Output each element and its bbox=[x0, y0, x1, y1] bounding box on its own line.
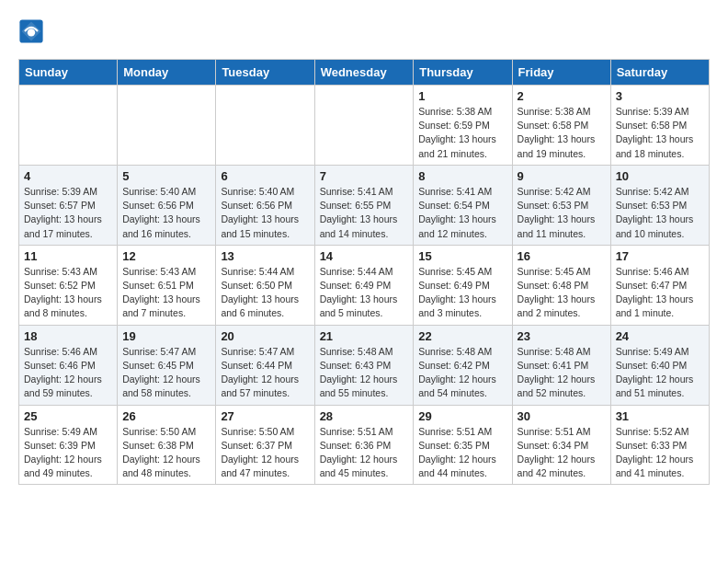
calendar-cell: 14Sunrise: 5:44 AM Sunset: 6:49 PM Dayli… bbox=[314, 245, 414, 325]
calendar-cell: 15Sunrise: 5:45 AM Sunset: 6:49 PM Dayli… bbox=[414, 245, 512, 325]
calendar-cell bbox=[118, 86, 216, 166]
calendar-cell: 11Sunrise: 5:43 AM Sunset: 6:52 PM Dayli… bbox=[19, 245, 118, 325]
day-number: 18 bbox=[24, 329, 112, 343]
day-header-thursday: Thursday bbox=[414, 60, 512, 86]
day-number: 25 bbox=[24, 409, 112, 423]
calendar-cell bbox=[314, 86, 414, 166]
day-info: Sunrise: 5:39 AM Sunset: 6:58 PM Dayligh… bbox=[616, 105, 704, 161]
day-info: Sunrise: 5:52 AM Sunset: 6:33 PM Dayligh… bbox=[616, 425, 704, 481]
day-number: 7 bbox=[320, 169, 409, 183]
calendar-cell: 23Sunrise: 5:48 AM Sunset: 6:41 PM Dayli… bbox=[512, 325, 610, 405]
calendar-cell: 2Sunrise: 5:38 AM Sunset: 6:58 PM Daylig… bbox=[512, 86, 610, 166]
day-info: Sunrise: 5:49 AM Sunset: 6:39 PM Dayligh… bbox=[24, 425, 112, 481]
calendar-cell: 29Sunrise: 5:51 AM Sunset: 6:35 PM Dayli… bbox=[414, 405, 512, 485]
day-info: Sunrise: 5:48 AM Sunset: 6:41 PM Dayligh… bbox=[518, 345, 606, 401]
day-info: Sunrise: 5:51 AM Sunset: 6:34 PM Dayligh… bbox=[518, 425, 606, 481]
calendar-cell: 28Sunrise: 5:51 AM Sunset: 6:36 PM Dayli… bbox=[314, 405, 414, 485]
day-info: Sunrise: 5:44 AM Sunset: 6:49 PM Dayligh… bbox=[320, 265, 409, 321]
calendar-cell: 12Sunrise: 5:43 AM Sunset: 6:51 PM Dayli… bbox=[118, 245, 216, 325]
calendar-cell: 7Sunrise: 5:41 AM Sunset: 6:55 PM Daylig… bbox=[314, 165, 414, 245]
day-number: 30 bbox=[518, 409, 606, 423]
day-info: Sunrise: 5:45 AM Sunset: 6:49 PM Dayligh… bbox=[418, 265, 506, 321]
day-info: Sunrise: 5:47 AM Sunset: 6:44 PM Dayligh… bbox=[221, 345, 309, 401]
day-info: Sunrise: 5:40 AM Sunset: 6:56 PM Dayligh… bbox=[221, 185, 309, 241]
day-number: 19 bbox=[122, 329, 210, 343]
page-header bbox=[18, 18, 710, 44]
calendar-week-row: 25Sunrise: 5:49 AM Sunset: 6:39 PM Dayli… bbox=[19, 405, 710, 485]
calendar-cell: 19Sunrise: 5:47 AM Sunset: 6:45 PM Dayli… bbox=[118, 325, 216, 405]
day-header-wednesday: Wednesday bbox=[314, 60, 414, 86]
calendar-cell: 31Sunrise: 5:52 AM Sunset: 6:33 PM Dayli… bbox=[610, 405, 709, 485]
calendar-cell: 1Sunrise: 5:38 AM Sunset: 6:59 PM Daylig… bbox=[414, 86, 512, 166]
calendar-week-row: 18Sunrise: 5:46 AM Sunset: 6:46 PM Dayli… bbox=[19, 325, 710, 405]
day-info: Sunrise: 5:43 AM Sunset: 6:52 PM Dayligh… bbox=[24, 265, 112, 321]
day-info: Sunrise: 5:46 AM Sunset: 6:46 PM Dayligh… bbox=[24, 345, 112, 401]
day-number: 14 bbox=[320, 249, 409, 263]
day-info: Sunrise: 5:38 AM Sunset: 6:58 PM Dayligh… bbox=[518, 105, 606, 161]
calendar-cell: 22Sunrise: 5:48 AM Sunset: 6:42 PM Dayli… bbox=[414, 325, 512, 405]
calendar-cell: 4Sunrise: 5:39 AM Sunset: 6:57 PM Daylig… bbox=[19, 165, 118, 245]
day-number: 5 bbox=[122, 169, 210, 183]
day-number: 11 bbox=[24, 249, 112, 263]
day-header-saturday: Saturday bbox=[610, 60, 709, 86]
day-info: Sunrise: 5:46 AM Sunset: 6:47 PM Dayligh… bbox=[616, 265, 704, 321]
day-info: Sunrise: 5:44 AM Sunset: 6:50 PM Dayligh… bbox=[221, 265, 309, 321]
day-info: Sunrise: 5:42 AM Sunset: 6:53 PM Dayligh… bbox=[616, 185, 704, 241]
day-info: Sunrise: 5:51 AM Sunset: 6:36 PM Dayligh… bbox=[320, 425, 409, 481]
day-number: 31 bbox=[616, 409, 704, 423]
day-number: 17 bbox=[616, 249, 704, 263]
day-info: Sunrise: 5:50 AM Sunset: 6:38 PM Dayligh… bbox=[122, 425, 210, 481]
day-number: 24 bbox=[616, 329, 704, 343]
calendar-header-row: SundayMondayTuesdayWednesdayThursdayFrid… bbox=[19, 60, 710, 86]
calendar-cell: 10Sunrise: 5:42 AM Sunset: 6:53 PM Dayli… bbox=[610, 165, 709, 245]
day-number: 26 bbox=[122, 409, 210, 423]
day-info: Sunrise: 5:49 AM Sunset: 6:40 PM Dayligh… bbox=[616, 345, 704, 401]
day-number: 20 bbox=[221, 329, 309, 343]
day-number: 2 bbox=[518, 89, 606, 103]
logo bbox=[18, 18, 48, 44]
day-header-sunday: Sunday bbox=[19, 60, 118, 86]
day-info: Sunrise: 5:48 AM Sunset: 6:43 PM Dayligh… bbox=[320, 345, 409, 401]
day-number: 6 bbox=[221, 169, 309, 183]
calendar-cell: 13Sunrise: 5:44 AM Sunset: 6:50 PM Dayli… bbox=[216, 245, 314, 325]
calendar-cell bbox=[216, 86, 314, 166]
day-number: 12 bbox=[122, 249, 210, 263]
day-info: Sunrise: 5:40 AM Sunset: 6:56 PM Dayligh… bbox=[122, 185, 210, 241]
day-info: Sunrise: 5:45 AM Sunset: 6:48 PM Dayligh… bbox=[518, 265, 606, 321]
day-info: Sunrise: 5:42 AM Sunset: 6:53 PM Dayligh… bbox=[518, 185, 606, 241]
day-number: 22 bbox=[418, 329, 506, 343]
day-info: Sunrise: 5:48 AM Sunset: 6:42 PM Dayligh… bbox=[418, 345, 506, 401]
day-number: 21 bbox=[320, 329, 409, 343]
calendar-cell: 8Sunrise: 5:41 AM Sunset: 6:54 PM Daylig… bbox=[414, 165, 512, 245]
day-number: 9 bbox=[518, 169, 606, 183]
day-number: 3 bbox=[616, 89, 704, 103]
day-info: Sunrise: 5:51 AM Sunset: 6:35 PM Dayligh… bbox=[418, 425, 506, 481]
day-number: 8 bbox=[418, 169, 506, 183]
day-info: Sunrise: 5:47 AM Sunset: 6:45 PM Dayligh… bbox=[122, 345, 210, 401]
logo-icon bbox=[18, 18, 44, 44]
day-info: Sunrise: 5:50 AM Sunset: 6:37 PM Dayligh… bbox=[221, 425, 309, 481]
day-info: Sunrise: 5:39 AM Sunset: 6:57 PM Dayligh… bbox=[24, 185, 112, 241]
calendar-cell: 25Sunrise: 5:49 AM Sunset: 6:39 PM Dayli… bbox=[19, 405, 118, 485]
day-number: 1 bbox=[418, 89, 506, 103]
calendar-cell: 27Sunrise: 5:50 AM Sunset: 6:37 PM Dayli… bbox=[216, 405, 314, 485]
day-number: 15 bbox=[418, 249, 506, 263]
day-info: Sunrise: 5:38 AM Sunset: 6:59 PM Dayligh… bbox=[418, 105, 506, 161]
calendar-cell: 6Sunrise: 5:40 AM Sunset: 6:56 PM Daylig… bbox=[216, 165, 314, 245]
calendar-week-row: 11Sunrise: 5:43 AM Sunset: 6:52 PM Dayli… bbox=[19, 245, 710, 325]
day-number: 10 bbox=[616, 169, 704, 183]
day-number: 16 bbox=[518, 249, 606, 263]
day-info: Sunrise: 5:41 AM Sunset: 6:55 PM Dayligh… bbox=[320, 185, 409, 241]
day-number: 28 bbox=[320, 409, 409, 423]
day-info: Sunrise: 5:43 AM Sunset: 6:51 PM Dayligh… bbox=[122, 265, 210, 321]
day-header-friday: Friday bbox=[512, 60, 610, 86]
calendar-cell: 16Sunrise: 5:45 AM Sunset: 6:48 PM Dayli… bbox=[512, 245, 610, 325]
calendar-cell: 30Sunrise: 5:51 AM Sunset: 6:34 PM Dayli… bbox=[512, 405, 610, 485]
calendar-cell: 21Sunrise: 5:48 AM Sunset: 6:43 PM Dayli… bbox=[314, 325, 414, 405]
day-number: 27 bbox=[221, 409, 309, 423]
calendar-week-row: 1Sunrise: 5:38 AM Sunset: 6:59 PM Daylig… bbox=[19, 86, 710, 166]
calendar-cell: 3Sunrise: 5:39 AM Sunset: 6:58 PM Daylig… bbox=[610, 86, 709, 166]
calendar-cell: 5Sunrise: 5:40 AM Sunset: 6:56 PM Daylig… bbox=[118, 165, 216, 245]
day-number: 4 bbox=[24, 169, 112, 183]
day-number: 23 bbox=[518, 329, 606, 343]
